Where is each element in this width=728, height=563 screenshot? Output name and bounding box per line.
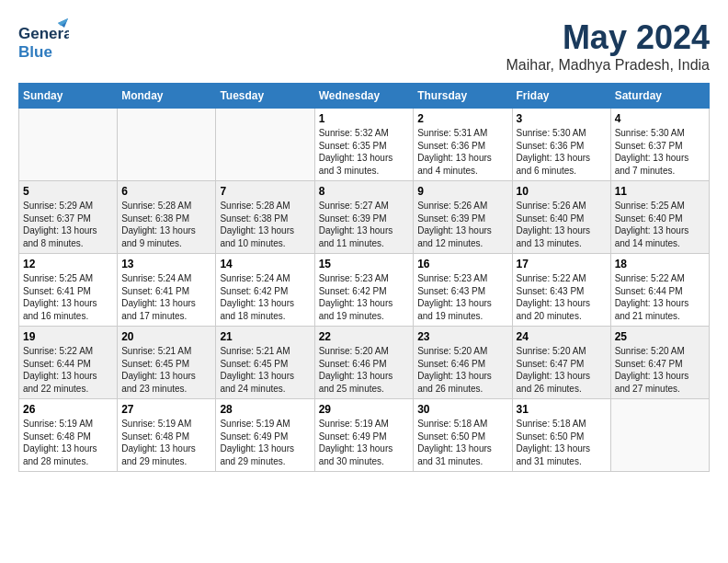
calendar-day-cell: 19Sunrise: 5:22 AMSunset: 6:44 PMDayligh… xyxy=(19,327,118,399)
calendar-day-cell: 13Sunrise: 5:24 AMSunset: 6:41 PMDayligh… xyxy=(118,254,216,327)
month-title: May 2024 xyxy=(506,18,710,57)
day-number: 14 xyxy=(220,258,310,270)
logo-container: General Blue xyxy=(18,18,69,68)
day-info: Sunrise: 5:19 AMSunset: 6:48 PMDaylight:… xyxy=(23,418,113,467)
day-number: 9 xyxy=(417,185,507,198)
day-number: 28 xyxy=(220,403,310,416)
calendar-day-cell: 6Sunrise: 5:28 AMSunset: 6:38 PMDaylight… xyxy=(118,181,216,254)
day-number: 15 xyxy=(319,258,410,270)
calendar-day-cell: 30Sunrise: 5:18 AMSunset: 6:50 PMDayligh… xyxy=(414,399,512,472)
day-number: 27 xyxy=(121,403,211,416)
calendar-day-cell: 23Sunrise: 5:20 AMSunset: 6:46 PMDayligh… xyxy=(414,327,512,399)
day-info: Sunrise: 5:30 AMSunset: 6:37 PMDaylight:… xyxy=(615,127,705,177)
logo: General Blue xyxy=(18,18,69,68)
day-info: Sunrise: 5:30 AMSunset: 6:36 PMDaylight:… xyxy=(517,127,607,177)
day-info: Sunrise: 5:23 AMSunset: 6:43 PMDaylight:… xyxy=(417,272,507,322)
calendar-day-cell: 26Sunrise: 5:19 AMSunset: 6:48 PMDayligh… xyxy=(19,399,118,472)
day-info: Sunrise: 5:19 AMSunset: 6:49 PMDaylight:… xyxy=(220,418,310,467)
day-info: Sunrise: 5:20 AMSunset: 6:46 PMDaylight:… xyxy=(417,345,507,395)
day-number: 1 xyxy=(319,112,410,125)
day-info: Sunrise: 5:25 AMSunset: 6:40 PMDaylight:… xyxy=(615,200,705,249)
day-number: 31 xyxy=(517,403,607,416)
day-number: 16 xyxy=(417,258,507,270)
calendar-day-cell: 5Sunrise: 5:29 AMSunset: 6:37 PMDaylight… xyxy=(19,181,118,254)
day-number: 25 xyxy=(615,330,705,343)
calendar-day-cell: 25Sunrise: 5:20 AMSunset: 6:47 PMDayligh… xyxy=(610,327,709,399)
calendar-day-cell: 11Sunrise: 5:25 AMSunset: 6:40 PMDayligh… xyxy=(610,181,709,254)
day-number: 10 xyxy=(517,185,607,198)
calendar-day-cell: 17Sunrise: 5:22 AMSunset: 6:43 PMDayligh… xyxy=(512,254,610,327)
day-info: Sunrise: 5:24 AMSunset: 6:42 PMDaylight:… xyxy=(220,272,310,322)
calendar-week-row: 26Sunrise: 5:19 AMSunset: 6:48 PMDayligh… xyxy=(19,399,710,472)
calendar-day-cell: 27Sunrise: 5:19 AMSunset: 6:48 PMDayligh… xyxy=(118,399,216,472)
day-info: Sunrise: 5:28 AMSunset: 6:38 PMDaylight:… xyxy=(121,200,211,249)
calendar-day-cell: 31Sunrise: 5:18 AMSunset: 6:50 PMDayligh… xyxy=(512,399,610,472)
day-info: Sunrise: 5:25 AMSunset: 6:41 PMDaylight:… xyxy=(23,272,113,322)
calendar-day-cell: 21Sunrise: 5:21 AMSunset: 6:45 PMDayligh… xyxy=(216,327,314,399)
day-info: Sunrise: 5:31 AMSunset: 6:36 PMDaylight:… xyxy=(417,127,507,177)
calendar-day-cell: 14Sunrise: 5:24 AMSunset: 6:42 PMDayligh… xyxy=(216,254,314,327)
day-number: 11 xyxy=(615,185,705,198)
day-info: Sunrise: 5:24 AMSunset: 6:41 PMDaylight:… xyxy=(121,272,211,322)
calendar-day-cell: 4Sunrise: 5:30 AMSunset: 6:37 PMDaylight… xyxy=(610,109,709,181)
day-info: Sunrise: 5:28 AMSunset: 6:38 PMDaylight:… xyxy=(220,200,310,249)
calendar-day-cell: 28Sunrise: 5:19 AMSunset: 6:49 PMDayligh… xyxy=(216,399,314,472)
calendar-day-cell xyxy=(216,109,314,181)
day-info: Sunrise: 5:21 AMSunset: 6:45 PMDaylight:… xyxy=(121,345,211,395)
day-number: 12 xyxy=(23,258,113,270)
day-info: Sunrise: 5:22 AMSunset: 6:44 PMDaylight:… xyxy=(23,345,113,395)
calendar-day-cell xyxy=(19,109,118,181)
day-number: 5 xyxy=(23,185,113,198)
calendar-day-cell: 3Sunrise: 5:30 AMSunset: 6:36 PMDaylight… xyxy=(512,109,610,181)
day-number: 29 xyxy=(319,403,410,416)
day-number: 21 xyxy=(220,330,310,343)
page-header: General Blue May 2024 Maihar, Madhya Pra… xyxy=(18,18,710,74)
title-area: May 2024 Maihar, Madhya Pradesh, India xyxy=(506,18,710,74)
calendar-week-row: 19Sunrise: 5:22 AMSunset: 6:44 PMDayligh… xyxy=(19,327,710,399)
calendar-week-row: 1Sunrise: 5:32 AMSunset: 6:35 PMDaylight… xyxy=(19,109,710,181)
calendar-day-cell: 2Sunrise: 5:31 AMSunset: 6:36 PMDaylight… xyxy=(414,109,512,181)
day-number: 2 xyxy=(417,112,507,125)
day-info: Sunrise: 5:32 AMSunset: 6:35 PMDaylight:… xyxy=(319,127,410,177)
calendar-day-cell: 24Sunrise: 5:20 AMSunset: 6:47 PMDayligh… xyxy=(512,327,610,399)
day-number: 23 xyxy=(417,330,507,343)
day-info: Sunrise: 5:21 AMSunset: 6:45 PMDaylight:… xyxy=(220,345,310,395)
calendar-day-cell: 12Sunrise: 5:25 AMSunset: 6:41 PMDayligh… xyxy=(19,254,118,327)
calendar-day-cell xyxy=(610,399,709,472)
day-header-wednesday: Wednesday xyxy=(314,84,414,109)
day-info: Sunrise: 5:18 AMSunset: 6:50 PMDaylight:… xyxy=(417,418,507,467)
calendar-week-row: 12Sunrise: 5:25 AMSunset: 6:41 PMDayligh… xyxy=(19,254,710,327)
calendar-header-row: SundayMondayTuesdayWednesdayThursdayFrid… xyxy=(19,84,710,109)
day-number: 4 xyxy=(615,112,705,125)
logo-graphic: General Blue xyxy=(18,18,69,68)
day-info: Sunrise: 5:26 AMSunset: 6:39 PMDaylight:… xyxy=(417,200,507,249)
day-header-tuesday: Tuesday xyxy=(216,84,314,109)
day-number: 26 xyxy=(23,403,113,416)
svg-text:General: General xyxy=(18,25,69,42)
day-info: Sunrise: 5:27 AMSunset: 6:39 PMDaylight:… xyxy=(319,200,410,249)
location: Maihar, Madhya Pradesh, India xyxy=(506,57,710,74)
day-number: 30 xyxy=(417,403,507,416)
day-info: Sunrise: 5:29 AMSunset: 6:37 PMDaylight:… xyxy=(23,200,113,249)
day-number: 18 xyxy=(615,258,705,270)
calendar-table: SundayMondayTuesdayWednesdayThursdayFrid… xyxy=(18,83,710,472)
day-header-saturday: Saturday xyxy=(610,84,709,109)
calendar-day-cell: 10Sunrise: 5:26 AMSunset: 6:40 PMDayligh… xyxy=(512,181,610,254)
day-number: 17 xyxy=(517,258,607,270)
calendar-day-cell: 1Sunrise: 5:32 AMSunset: 6:35 PMDaylight… xyxy=(314,109,414,181)
day-info: Sunrise: 5:20 AMSunset: 6:46 PMDaylight:… xyxy=(319,345,410,395)
day-header-sunday: Sunday xyxy=(19,84,118,109)
calendar-day-cell xyxy=(118,109,216,181)
day-number: 22 xyxy=(319,330,410,343)
calendar-day-cell: 22Sunrise: 5:20 AMSunset: 6:46 PMDayligh… xyxy=(314,327,414,399)
day-header-friday: Friday xyxy=(512,84,610,109)
day-number: 13 xyxy=(121,258,211,270)
day-info: Sunrise: 5:22 AMSunset: 6:43 PMDaylight:… xyxy=(517,272,607,322)
day-info: Sunrise: 5:26 AMSunset: 6:40 PMDaylight:… xyxy=(517,200,607,249)
day-info: Sunrise: 5:22 AMSunset: 6:44 PMDaylight:… xyxy=(615,272,705,322)
day-number: 24 xyxy=(517,330,607,343)
calendar-day-cell: 29Sunrise: 5:19 AMSunset: 6:49 PMDayligh… xyxy=(314,399,414,472)
day-header-thursday: Thursday xyxy=(414,84,512,109)
day-info: Sunrise: 5:23 AMSunset: 6:42 PMDaylight:… xyxy=(319,272,410,322)
calendar-day-cell: 16Sunrise: 5:23 AMSunset: 6:43 PMDayligh… xyxy=(414,254,512,327)
